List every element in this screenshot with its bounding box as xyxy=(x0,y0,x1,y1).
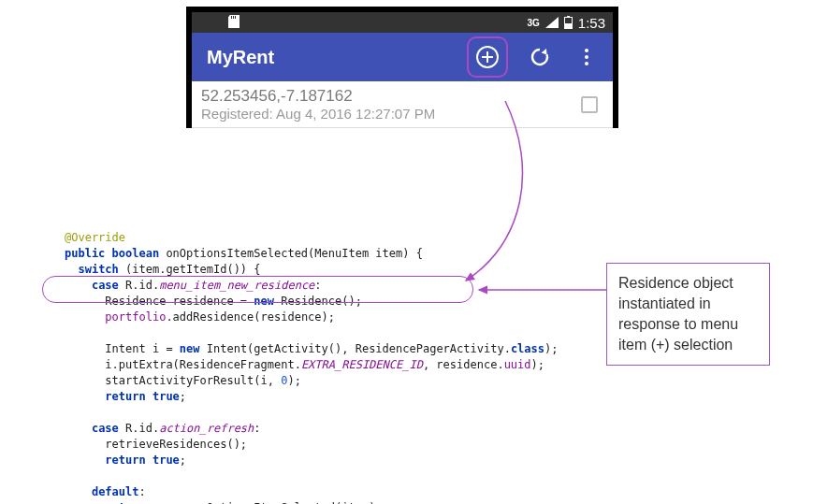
phone-screenshot: 3G 1:53 MyRent xyxy=(186,7,618,128)
svg-rect-2 xyxy=(235,16,236,19)
refresh-button[interactable] xyxy=(525,42,555,72)
appbar-actions xyxy=(467,36,602,78)
add-button[interactable] xyxy=(467,36,508,78)
svg-rect-1 xyxy=(233,16,234,19)
svg-rect-0 xyxy=(231,16,232,19)
list-item-text: 52.253456,-7.187162 Registered: Aug 4, 2… xyxy=(201,87,581,122)
clock-time: 1:53 xyxy=(578,15,605,31)
battery-icon xyxy=(564,16,573,29)
list-item-title: 52.253456,-7.187162 xyxy=(201,87,581,106)
overflow-menu-button[interactable] xyxy=(572,42,602,72)
app-title: MyRent xyxy=(203,47,467,68)
annotation-callout: Residence object instantiated in respons… xyxy=(606,263,770,366)
app-bar: MyRent xyxy=(192,33,613,81)
annotation-text: Residence object instantiated in respons… xyxy=(618,275,738,353)
svg-rect-4 xyxy=(567,16,570,18)
code-annotation: @Override xyxy=(65,231,125,244)
network-indicator: 3G xyxy=(527,18,539,28)
signal-icon xyxy=(545,17,559,28)
overflow-icon xyxy=(585,49,588,65)
svg-rect-5 xyxy=(565,18,572,23)
phone-screen: 3G 1:53 MyRent xyxy=(192,12,613,128)
residence-list-item[interactable]: 52.253456,-7.187162 Registered: Aug 4, 2… xyxy=(192,81,613,128)
android-statusbar: 3G 1:53 xyxy=(192,12,613,33)
code-snippet: @Override public boolean onOptionsItemSe… xyxy=(65,214,558,504)
list-item-checkbox[interactable] xyxy=(581,96,598,113)
sd-card-icon xyxy=(227,14,240,29)
list-item-subtitle: Registered: Aug 4, 2016 12:27:07 PM xyxy=(201,106,581,122)
